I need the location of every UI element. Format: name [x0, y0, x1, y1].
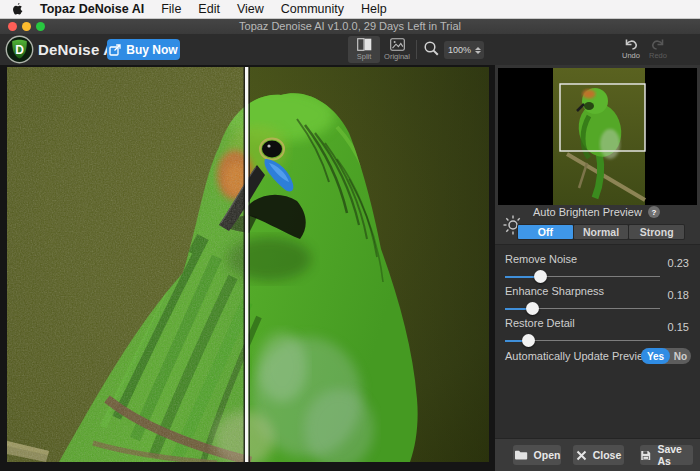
- zoom-level-value: 100%: [444, 45, 475, 55]
- original-view-button[interactable]: Original: [381, 36, 413, 63]
- restore-detail-slider-handle[interactable]: [522, 334, 535, 347]
- split-view-button[interactable]: Split: [348, 36, 380, 63]
- buy-now-button[interactable]: Buy Now: [107, 39, 180, 60]
- zoom-stepper[interactable]: [475, 47, 484, 54]
- apple-icon[interactable]: [11, 2, 23, 16]
- settings-panel: Auto Brighten Preview ? Off Normal Stron…: [495, 65, 700, 471]
- zoom-level-control[interactable]: 100%: [444, 41, 484, 59]
- remove-noise-slider[interactable]: [505, 272, 660, 281]
- auto-update-yes-option[interactable]: Yes: [641, 348, 670, 364]
- image-preview-area: [0, 65, 495, 471]
- close-button[interactable]: Close: [573, 445, 624, 465]
- enhance-sharpness-slider-handle[interactable]: [526, 302, 539, 315]
- restore-detail-slider-row: Restore Detail 0.15: [495, 316, 700, 348]
- buy-now-label: Buy Now: [126, 43, 177, 57]
- auto-brighten-normal-button[interactable]: Normal: [574, 225, 629, 239]
- remove-noise-value: 0.23: [668, 257, 689, 269]
- remove-noise-slider-row: Remove Noise 0.23: [495, 252, 700, 284]
- close-x-icon: [576, 450, 587, 461]
- original-label: Original: [384, 52, 410, 61]
- title-bar: Topaz Denoise AI v1.0.0, 29 Days Left in…: [0, 19, 700, 34]
- save-as-label: Save As: [657, 443, 693, 467]
- menu-item-view[interactable]: View: [237, 2, 264, 16]
- split-view-icon: [357, 38, 372, 51]
- remove-noise-label: Remove Noise: [505, 253, 577, 265]
- toolbar: D DeNoise AI Buy Now Split Original: [0, 34, 700, 65]
- svg-text:D: D: [15, 43, 24, 57]
- enhance-sharpness-value: 0.18: [668, 289, 689, 301]
- menu-item-community[interactable]: Community: [281, 2, 344, 16]
- help-badge-icon[interactable]: ?: [648, 206, 660, 218]
- toolbar-divider: [416, 40, 417, 59]
- menu-item-help[interactable]: Help: [361, 2, 387, 16]
- auto-update-row: Automatically Update Preview Yes No: [495, 348, 700, 364]
- restore-detail-label: Restore Detail: [505, 317, 575, 329]
- topaz-logo: D: [4, 34, 35, 65]
- enhance-sharpness-slider-row: Enhance Sharpness 0.18: [495, 284, 700, 316]
- undo-label: Undo: [622, 51, 640, 60]
- menu-item-edit[interactable]: Edit: [198, 2, 220, 16]
- original-image-icon: [390, 38, 405, 51]
- redo-button[interactable]: Redo: [645, 37, 671, 60]
- auto-brighten-off-button[interactable]: Off: [518, 225, 573, 239]
- open-label: Open: [534, 449, 561, 461]
- auto-update-toggle[interactable]: Yes No: [641, 348, 691, 364]
- undo-button[interactable]: Undo: [618, 37, 644, 60]
- redo-label: Redo: [649, 51, 667, 60]
- enhance-sharpness-label: Enhance Sharpness: [505, 285, 604, 297]
- window-title: Topaz Denoise AI v1.0.0, 29 Days Left in…: [0, 20, 700, 32]
- remove-noise-slider-handle[interactable]: [534, 270, 547, 283]
- restore-detail-slider[interactable]: [505, 336, 660, 345]
- split-divider-handle: [244, 67, 251, 462]
- menu-bar: Topaz DeNoise AI File Edit View Communit…: [0, 0, 700, 19]
- save-as-button[interactable]: Save As: [640, 445, 693, 465]
- close-label: Close: [593, 449, 622, 461]
- auto-brighten-strong-button[interactable]: Strong: [629, 225, 684, 239]
- save-floppy-icon: [640, 449, 651, 462]
- open-button[interactable]: Open: [513, 445, 561, 465]
- navigator-section: Auto Brighten Preview ? Off Normal Stron…: [495, 65, 700, 245]
- app-window: Topaz DeNoise AI File Edit View Communit…: [0, 0, 700, 471]
- auto-update-label: Automatically Update Preview: [505, 350, 651, 362]
- auto-update-no-option[interactable]: No: [670, 348, 691, 364]
- redo-icon: [650, 37, 666, 51]
- menu-item-app[interactable]: Topaz DeNoise AI: [40, 2, 144, 16]
- enhance-sharpness-slider[interactable]: [505, 304, 660, 313]
- auto-brighten-label: Auto Brighten Preview: [533, 206, 642, 218]
- navigator-image: [498, 68, 697, 205]
- restore-detail-value: 0.15: [668, 321, 689, 333]
- auto-brighten-segmented-control: Off Normal Strong: [517, 224, 685, 240]
- folder-icon: [514, 449, 528, 461]
- split-label: Split: [357, 52, 372, 61]
- menu-item-file[interactable]: File: [161, 2, 181, 16]
- bird-split-preview[interactable]: [7, 67, 489, 462]
- zoom-magnifier-icon[interactable]: [423, 40, 441, 58]
- action-bar: Open Close Save As: [495, 438, 700, 471]
- undo-icon: [623, 37, 639, 51]
- navigator-thumbnail[interactable]: [498, 68, 697, 205]
- external-link-icon: [109, 44, 121, 56]
